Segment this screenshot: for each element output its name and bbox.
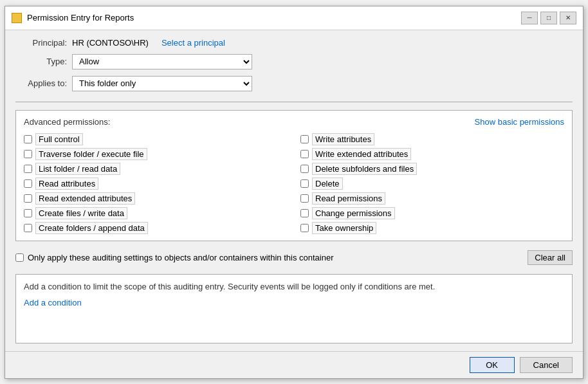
create-folders-checkbox[interactable] [24,224,32,232]
read-attributes-checkbox[interactable] [24,179,32,188]
type-label: Type: [15,57,67,66]
minimize-button[interactable]: ─ [521,12,538,24]
only-apply-label[interactable]: Only apply these auditing settings to ob… [28,253,334,262]
title-bar-title: Permission Entry for Reports [27,13,516,23]
traverse-folder-label[interactable]: Traverse folder / execute file [35,148,147,160]
applies-to-select[interactable]: This folder only This folder, subfolders… [72,76,252,91]
applies-to-select-wrapper: This folder only This folder, subfolders… [72,76,252,91]
applies-to-row: Applies to: This folder only This folder… [15,76,573,91]
title-bar: Permission Entry for Reports ─ □ ✕ [5,6,583,30]
dialog-footer: OK Cancel [5,351,583,378]
list-item: Delete subfolders and files [300,163,564,175]
list-item: Create folders / append data [24,222,288,234]
select-principal-link[interactable]: Select a principal [161,38,225,48]
dialog-window: Permission Entry for Reports ─ □ ✕ Princ… [5,6,583,379]
list-item: Delete [300,178,564,190]
clear-all-button[interactable]: Clear all [528,250,573,265]
traverse-folder-checkbox[interactable] [24,150,32,158]
take-ownership-label[interactable]: Take ownership [312,222,376,234]
delete-checkbox[interactable] [300,179,309,188]
condition-section: Add a condition to limit the scope of th… [15,274,573,343]
read-permissions-label[interactable]: Read permissions [312,192,385,205]
principal-label: Principal: [15,38,67,48]
principal-row: Principal: HR (CONTOSO\HR) Select a prin… [15,38,573,48]
list-item: Take ownership [300,222,564,234]
only-apply-row: Only apply these auditing settings to ob… [15,245,573,270]
list-item: Read attributes [24,178,288,190]
list-item: Create files / write data [24,207,288,219]
permissions-section: Advanced permissions: Show basic permiss… [15,110,573,241]
list-item: List folder / read data [24,163,288,175]
permissions-left-col: Full control Traverse folder / execute f… [24,133,288,234]
list-item: Read permissions [300,192,564,205]
divider-1 [15,102,573,102]
list-item: Write extended attributes [300,148,564,160]
permissions-header: Advanced permissions: Show basic permiss… [24,117,564,127]
close-button[interactable]: ✕ [560,12,576,24]
maximize-button[interactable]: □ [540,12,557,24]
take-ownership-checkbox[interactable] [300,224,309,232]
create-folders-label[interactable]: Create folders / append data [35,222,148,234]
dialog-body: Principal: HR (CONTOSO\HR) Select a prin… [5,30,583,351]
create-files-label[interactable]: Create files / write data [35,207,127,219]
permissions-title: Advanced permissions: [24,117,110,127]
only-apply-checkbox[interactable] [15,253,24,262]
read-extended-attributes-label[interactable]: Read extended attributes [35,192,135,205]
type-row: Type: Allow Deny [15,54,573,69]
condition-description: Add a condition to limit the scope of th… [24,281,564,293]
create-files-checkbox[interactable] [24,209,32,217]
ok-button[interactable]: OK [470,357,515,373]
title-bar-controls: ─ □ ✕ [521,12,576,24]
change-permissions-label[interactable]: Change permissions [312,207,395,219]
list-folder-label[interactable]: List folder / read data [35,163,120,175]
list-item: Full control [24,133,288,145]
full-control-label[interactable]: Full control [35,133,83,145]
list-folder-checkbox[interactable] [24,165,32,173]
title-bar-icon [12,13,22,23]
show-basic-link[interactable]: Show basic permissions [475,117,564,127]
add-condition-link[interactable]: Add a condition [24,298,564,307]
change-permissions-checkbox[interactable] [300,209,309,217]
applies-to-label: Applies to: [15,78,67,88]
write-attributes-label[interactable]: Write attributes [312,133,374,145]
write-extended-attributes-label[interactable]: Write extended attributes [312,148,411,160]
cancel-button[interactable]: Cancel [520,357,573,373]
delete-label[interactable]: Delete [312,178,343,190]
permissions-grid: Full control Traverse folder / execute f… [24,133,564,234]
list-item: Read extended attributes [24,192,288,205]
read-extended-attributes-checkbox[interactable] [24,194,32,203]
read-attributes-label[interactable]: Read attributes [35,178,98,190]
full-control-checkbox[interactable] [24,135,32,143]
type-select[interactable]: Allow Deny [72,54,252,69]
delete-subfolders-label[interactable]: Delete subfolders and files [312,163,417,175]
type-select-wrapper: Allow Deny [72,54,252,69]
only-apply-left: Only apply these auditing settings to ob… [15,253,334,262]
list-item: Change permissions [300,207,564,219]
list-item: Traverse folder / execute file [24,148,288,160]
write-extended-attributes-checkbox[interactable] [300,150,309,158]
read-permissions-checkbox[interactable] [300,194,309,203]
permissions-right-col: Write attributes Write extended attribut… [300,133,564,234]
delete-subfolders-checkbox[interactable] [300,165,309,173]
principal-value: HR (CONTOSO\HR) [72,38,149,48]
write-attributes-checkbox[interactable] [300,135,309,143]
list-item: Write attributes [300,133,564,145]
